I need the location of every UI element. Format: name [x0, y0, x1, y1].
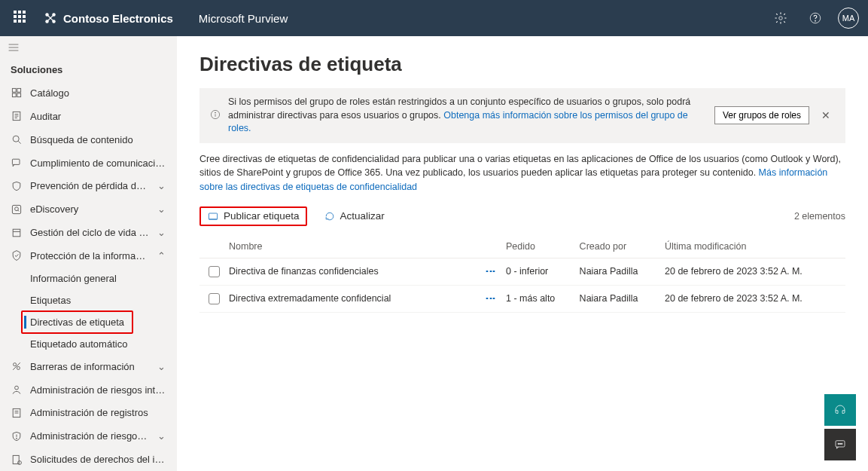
- cell-name: Directiva de finanzas confidenciales: [224, 258, 480, 285]
- close-banner-icon[interactable]: ✕: [817, 106, 835, 124]
- sub-label: Directivas de etiqueta: [30, 317, 124, 328]
- sidebar-item-communication-compliance[interactable]: Cumplimiento de comunicacio...: [0, 151, 177, 175]
- publish-icon: [207, 210, 219, 222]
- info-icon: [210, 109, 221, 122]
- sidebar-label: Barreras de información: [30, 361, 150, 372]
- ediscovery-icon: [11, 203, 23, 216]
- svg-point-47: [842, 443, 843, 445]
- support-fab[interactable]: [824, 394, 856, 426]
- app-launcher-icon[interactable]: [9, 6, 33, 30]
- cmd-label: Actualizar: [340, 210, 385, 222]
- sidebar-label: Solicitudes de derechos del int...: [30, 454, 166, 465]
- sub-label: Información general: [30, 273, 117, 284]
- sub-label: Etiquetas: [30, 295, 71, 306]
- row-more-icon[interactable]: ⋮: [485, 266, 497, 275]
- sub-item-overview[interactable]: Información general: [0, 268, 177, 289]
- sub-item-label-policies[interactable]: Directivas de etiqueta: [0, 311, 177, 333]
- page-title: Directivas de etiqueta: [199, 53, 845, 76]
- sidebar-item-content-search[interactable]: Búsqueda de contenido: [0, 128, 177, 151]
- sidebar-label: eDiscovery: [30, 203, 150, 215]
- svg-point-28: [14, 363, 17, 366]
- svg-point-6: [779, 17, 783, 20]
- sidebar-item-dlp[interactable]: Prevención de pérdida de datos ⌄: [0, 174, 177, 197]
- cell-created: Naiara Padilla: [575, 285, 660, 312]
- info-banner: Si los permisos del grupo de roles están…: [199, 88, 845, 143]
- table-row[interactable]: Directiva extremadamente confidencial ⋮ …: [199, 285, 845, 312]
- chevron-down-icon: ⌄: [157, 361, 166, 372]
- table-row[interactable]: Directiva de finanzas confidenciales ⋮ 0…: [199, 258, 845, 285]
- col-name[interactable]: Nombre: [224, 235, 480, 258]
- help-icon[interactable]: [803, 6, 827, 30]
- barrier-icon: [11, 360, 23, 372]
- svg-rect-13: [17, 89, 21, 93]
- sidebar-label: Administración de registros: [30, 407, 166, 418]
- svg-point-20: [13, 136, 19, 142]
- sidebar-item-information-protection[interactable]: Protección de la información ⌃: [0, 244, 177, 268]
- feedback-fab[interactable]: [824, 429, 856, 460]
- settings-gear-icon[interactable]: [769, 6, 793, 30]
- page-description: Cree directivas de etiquetas de confiden…: [199, 152, 845, 194]
- refresh-button[interactable]: Actualizar: [319, 207, 389, 225]
- sub-item-auto-labeling[interactable]: Etiquetado automático: [0, 333, 177, 355]
- sidebar-item-privacy-risk[interactable]: Administración de riesgos de ... ⌄: [0, 424, 177, 448]
- svg-line-21: [18, 142, 20, 144]
- chevron-down-icon: ⌄: [157, 180, 166, 191]
- svg-point-46: [839, 443, 841, 445]
- sidebar-section-title: Soluciones: [0, 61, 177, 81]
- sidebar-item-records-management[interactable]: Administración de registros: [0, 401, 177, 424]
- lifecycle-icon: [11, 227, 23, 239]
- svg-rect-26: [13, 229, 20, 237]
- col-modified[interactable]: Última modificación: [660, 235, 845, 258]
- avatar[interactable]: MA: [838, 8, 859, 29]
- cmd-label: Publicar etiqueta: [224, 210, 300, 222]
- collapse-nav-icon[interactable]: [8, 42, 169, 55]
- cell-order: 1 - más alto: [501, 285, 575, 312]
- sidebar-item-catalog[interactable]: Catálogo: [0, 81, 177, 105]
- svg-rect-23: [12, 205, 20, 213]
- svg-point-45: [838, 443, 839, 445]
- product-name: Microsoft Purview: [199, 12, 288, 25]
- col-order[interactable]: Pedido: [501, 235, 575, 258]
- sub-label: Etiquetado automático: [30, 338, 127, 350]
- sidebar-item-ediscovery[interactable]: eDiscovery ⌄: [0, 197, 177, 221]
- view-role-groups-button[interactable]: Ver grupos de roles: [714, 106, 809, 124]
- svg-rect-14: [12, 93, 16, 97]
- publish-label-button[interactable]: Publicar etiqueta: [199, 206, 307, 226]
- sidebar-item-insider-risk[interactable]: Administración de riesgos inte...: [0, 378, 177, 402]
- cell-order: 0 - inferior: [501, 258, 575, 285]
- sub-item-labels[interactable]: Etiquetas: [0, 289, 177, 311]
- chevron-down-icon: ⌄: [157, 430, 166, 442]
- shield-icon: [11, 180, 23, 192]
- protection-icon: [11, 249, 23, 261]
- sidebar-item-audit[interactable]: Auditar: [0, 105, 177, 128]
- row-checkbox[interactable]: [209, 293, 220, 304]
- col-created[interactable]: Creado por: [575, 235, 660, 258]
- svg-point-8: [815, 20, 815, 21]
- sidebar-label: Catálogo: [30, 87, 166, 99]
- org-label: Contoso Electronics: [63, 12, 173, 25]
- org-name[interactable]: Contoso Electronics: [44, 11, 173, 25]
- svg-point-38: [18, 460, 22, 464]
- row-checkbox[interactable]: [209, 266, 220, 277]
- svg-rect-42: [209, 213, 217, 219]
- catalog-icon: [11, 87, 23, 99]
- sidebar-item-information-barriers[interactable]: Barreras de información ⌄: [0, 355, 177, 378]
- sidebar-label: Prevención de pérdida de datos: [30, 180, 150, 191]
- command-bar: Publicar etiqueta Actualizar 2 elementos: [199, 206, 845, 226]
- svg-rect-12: [12, 89, 16, 93]
- chevron-down-icon: ⌄: [157, 227, 166, 238]
- info-text: Si los permisos del grupo de roles están…: [228, 96, 707, 136]
- sidebar-label: Administración de riesgos de ...: [30, 430, 150, 442]
- sidebar-label: Protección de la información: [30, 250, 150, 261]
- main-content: Directivas de etiqueta Si los permisos d…: [177, 36, 868, 471]
- sidebar-label: Gestión del ciclo de vida de los...: [30, 227, 150, 238]
- sidebar-item-lifecycle[interactable]: Gestión del ciclo de vida de los... ⌄: [0, 221, 177, 244]
- chevron-down-icon: ⌄: [157, 203, 166, 215]
- rights-icon: [11, 454, 23, 466]
- policies-table: Nombre Pedido Creado por Última modifica…: [199, 235, 845, 313]
- search-icon: [11, 133, 23, 145]
- sidebar-item-subject-rights[interactable]: Solicitudes de derechos del int...: [0, 448, 177, 471]
- svg-point-29: [17, 367, 20, 370]
- audit-icon: [11, 110, 23, 122]
- row-more-icon[interactable]: ⋮: [485, 293, 497, 302]
